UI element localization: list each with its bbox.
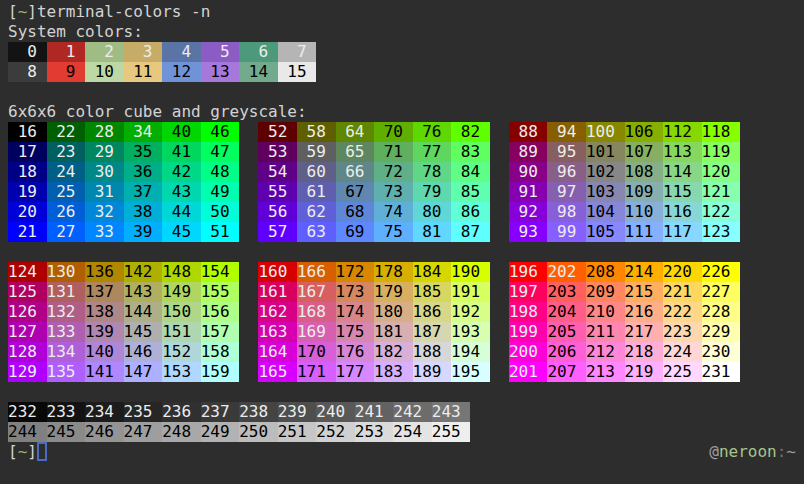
color-cell-230: 230 xyxy=(702,342,741,362)
color-cell-204: 204 xyxy=(547,302,586,322)
color-cell-122: 122 xyxy=(702,202,741,222)
color-cell-242: 242 xyxy=(393,402,432,422)
status-path: ~ xyxy=(18,442,28,461)
cube-blocks-bottom: 124 130 136 142 148 154 125 131 137 143 … xyxy=(8,262,796,382)
color-cell-213: 213 xyxy=(586,362,625,382)
color-cell-34: 34 xyxy=(124,122,163,142)
color-cell-160: 160 xyxy=(258,262,297,282)
color-row: 232 233 234 235 236 237 238 239 240 241 … xyxy=(8,402,796,422)
cube-block-3: 124 130 136 142 148 154 125 131 137 143 … xyxy=(8,262,239,382)
color-cell-121: 121 xyxy=(702,182,741,202)
color-cell-163: 163 xyxy=(258,322,297,342)
color-cell-20: 20 xyxy=(8,202,47,222)
color-cell-7: 7 xyxy=(278,42,317,62)
color-cell-53: 53 xyxy=(258,142,297,162)
color-cell-131: 131 xyxy=(47,282,86,302)
blank-line xyxy=(8,82,796,102)
color-cell-49: 49 xyxy=(201,182,240,202)
color-cell-36: 36 xyxy=(124,162,163,182)
color-row: 165 171 177 183 189 195 xyxy=(258,362,489,382)
color-cell-123: 123 xyxy=(702,222,741,242)
color-cell-80: 80 xyxy=(413,202,452,222)
color-cell-180: 180 xyxy=(374,302,413,322)
color-row: 198 204 210 216 222 228 xyxy=(509,302,740,322)
color-cell-248: 248 xyxy=(162,422,201,442)
color-cell-223: 223 xyxy=(663,322,702,342)
color-cell-110: 110 xyxy=(625,202,664,222)
status-username: neroon xyxy=(719,442,777,461)
color-cell-185: 185 xyxy=(413,282,452,302)
color-cell-165: 165 xyxy=(258,362,297,382)
color-cell-176: 176 xyxy=(336,342,375,362)
color-cell-56: 56 xyxy=(258,202,297,222)
color-cell-124: 124 xyxy=(8,262,47,282)
color-row: 53 59 65 71 77 83 xyxy=(258,142,489,162)
color-row: 163 169 175 181 187 193 xyxy=(258,322,489,342)
color-cell-29: 29 xyxy=(85,142,124,162)
color-cell-45: 45 xyxy=(162,222,201,242)
color-cell-146: 146 xyxy=(124,342,163,362)
greyscale-grid: 232 233 234 235 236 237 238 239 240 241 … xyxy=(8,402,796,442)
cube-block-4: 160 166 172 178 184 190 161 167 173 179 … xyxy=(258,262,489,382)
color-cell-33: 33 xyxy=(85,222,124,242)
color-cell-107: 107 xyxy=(625,142,664,162)
color-cell-224: 224 xyxy=(663,342,702,362)
color-cell-199: 199 xyxy=(509,322,548,342)
color-cell-91: 91 xyxy=(509,182,548,202)
color-cell-179: 179 xyxy=(374,282,413,302)
color-row: 18 24 30 36 42 48 xyxy=(8,162,239,182)
prompt-bracket-open: [ xyxy=(8,2,18,21)
color-cell-101: 101 xyxy=(586,142,625,162)
color-cell-215: 215 xyxy=(625,282,664,302)
color-cell-43: 43 xyxy=(162,182,201,202)
color-cell-174: 174 xyxy=(336,302,375,322)
color-cell-48: 48 xyxy=(201,162,240,182)
color-cell-59: 59 xyxy=(297,142,336,162)
color-cell-191: 191 xyxy=(451,282,490,302)
color-cell-106: 106 xyxy=(625,122,664,142)
terminal-cursor[interactable] xyxy=(37,442,47,461)
color-cell-44: 44 xyxy=(162,202,201,222)
color-row: 93 99 105 111 117 123 xyxy=(509,222,740,242)
color-row: 19 25 31 37 43 49 xyxy=(8,182,239,202)
color-row: 56 62 68 74 80 86 xyxy=(258,202,489,222)
status-bracket-close: ] xyxy=(27,442,37,461)
color-cell-241: 241 xyxy=(355,402,394,422)
color-cell-9: 9 xyxy=(47,62,86,82)
prompt-line: [~]terminal-colors -n xyxy=(8,2,796,22)
color-cell-3: 3 xyxy=(124,42,163,62)
color-cell-151: 151 xyxy=(162,322,201,342)
color-cell-132: 132 xyxy=(47,302,86,322)
color-cell-250: 250 xyxy=(239,422,278,442)
color-cell-126: 126 xyxy=(8,302,47,322)
color-cell-249: 249 xyxy=(201,422,240,442)
color-cell-118: 118 xyxy=(702,122,741,142)
color-cell-100: 100 xyxy=(586,122,625,142)
color-cell-138: 138 xyxy=(85,302,124,322)
color-cell-211: 211 xyxy=(586,322,625,342)
color-cell-150: 150 xyxy=(162,302,201,322)
color-cell-37: 37 xyxy=(124,182,163,202)
color-cell-178: 178 xyxy=(374,262,413,282)
color-cell-109: 109 xyxy=(625,182,664,202)
color-cell-192: 192 xyxy=(451,302,490,322)
color-cell-219: 219 xyxy=(625,362,664,382)
status-home-tilde: ~ xyxy=(786,442,796,461)
color-row: 0 1 2 3 4 5 6 7 xyxy=(8,42,796,62)
color-cell-60: 60 xyxy=(297,162,336,182)
color-cell-113: 113 xyxy=(663,142,702,162)
color-cell-209: 209 xyxy=(586,282,625,302)
color-cell-183: 183 xyxy=(374,362,413,382)
color-cell-234: 234 xyxy=(85,402,124,422)
color-cell-26: 26 xyxy=(47,202,86,222)
terminal-window[interactable]: [~]terminal-colors -n System colors: 0 1… xyxy=(0,0,804,484)
color-cell-66: 66 xyxy=(336,162,375,182)
color-cell-205: 205 xyxy=(547,322,586,342)
color-cell-52: 52 xyxy=(258,122,297,142)
color-cell-254: 254 xyxy=(393,422,432,442)
color-cell-75: 75 xyxy=(374,222,413,242)
color-cell-103: 103 xyxy=(586,182,625,202)
color-cell-218: 218 xyxy=(625,342,664,362)
color-row: 91 97 103 109 115 121 xyxy=(509,182,740,202)
color-cell-175: 175 xyxy=(336,322,375,342)
